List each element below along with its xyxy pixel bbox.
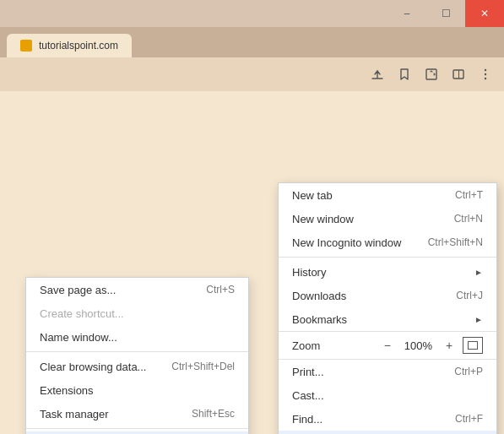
fullscreen-button[interactable] xyxy=(463,337,483,354)
title-bar: – ☐ ✕ xyxy=(0,0,504,27)
menu-new-tab[interactable]: New tab Ctrl+T xyxy=(279,183,496,207)
bookmark-icon[interactable] xyxy=(393,62,416,86)
submenu-name-window[interactable]: Name window... xyxy=(26,325,248,349)
window-controls: – ☐ ✕ xyxy=(387,0,504,27)
menu-divider-1 xyxy=(279,257,496,258)
submenu-divider-1 xyxy=(26,351,248,352)
submenu-extensions[interactable]: Extensions xyxy=(26,378,248,402)
svg-rect-2 xyxy=(458,70,459,79)
minimize-button[interactable]: – xyxy=(387,0,426,27)
more-tools-submenu: Save page as... Ctrl+S Create shortcut..… xyxy=(25,277,249,434)
svg-point-5 xyxy=(485,78,486,79)
submenu-clear-browsing[interactable]: Clear browsing data... Ctrl+Shift+Del xyxy=(26,355,248,378)
submenu-divider-2 xyxy=(26,428,248,429)
tab-bar: tutorialspoint.com xyxy=(0,27,504,57)
main-chrome-menu: New tab Ctrl+T New window Ctrl+N New Inc… xyxy=(278,182,497,434)
tab-title: tutorialspoint.com xyxy=(39,40,118,52)
zoom-plus-button[interactable]: + xyxy=(439,335,459,355)
share-icon[interactable] xyxy=(366,62,389,86)
menu-cast[interactable]: Cast... xyxy=(279,383,496,407)
tab-favicon xyxy=(20,40,32,52)
svg-point-4 xyxy=(485,73,486,75)
browser-toolbar xyxy=(0,57,504,91)
menu-more-tools[interactable]: More tools ► xyxy=(279,431,496,434)
submenu-task-manager[interactable]: Task manager Shift+Esc xyxy=(26,402,248,426)
submenu-create-shortcut: Create shortcut... xyxy=(26,301,248,325)
zoom-value: 100% xyxy=(398,339,439,352)
zoom-minus-button[interactable]: − xyxy=(377,335,398,355)
menu-print[interactable]: Print... Ctrl+P xyxy=(279,360,496,383)
menu-find[interactable]: Find... Ctrl+F xyxy=(279,407,496,431)
menu-new-incognito[interactable]: New Incognito window Ctrl+Shift+N xyxy=(279,231,496,254)
menu-history[interactable]: History ► xyxy=(279,260,496,284)
menu-bookmarks[interactable]: Bookmarks ► xyxy=(279,307,496,331)
maximize-button[interactable]: ☐ xyxy=(426,0,465,27)
menu-downloads[interactable]: Downloads Ctrl+J xyxy=(279,284,496,307)
content-area: Save page as... Ctrl+S Create shortcut..… xyxy=(0,91,504,434)
extensions-icon[interactable] xyxy=(420,62,443,86)
close-button[interactable]: ✕ xyxy=(465,0,504,27)
svg-point-3 xyxy=(485,69,486,71)
submenu-save-page[interactable]: Save page as... Ctrl+S xyxy=(26,278,248,301)
chrome-menu-icon[interactable] xyxy=(474,62,497,86)
menu-zoom-row: Zoom − 100% + xyxy=(279,331,496,360)
reader-icon[interactable] xyxy=(447,62,470,86)
menu-new-window[interactable]: New window Ctrl+N xyxy=(279,207,496,231)
browser-tab[interactable]: tutorialspoint.com xyxy=(7,34,132,57)
svg-rect-6 xyxy=(469,342,478,350)
